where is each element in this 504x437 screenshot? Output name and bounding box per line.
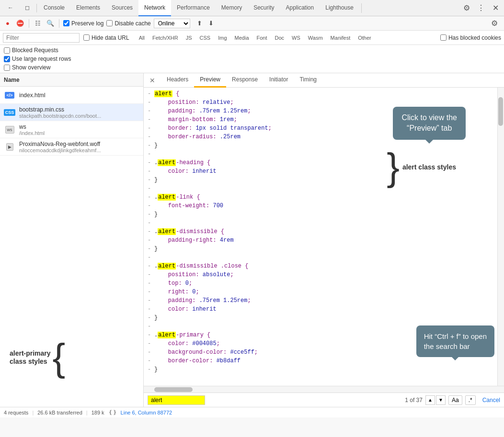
type-js[interactable]: JS [183,34,195,41]
top-tab-bar: ← ◻ Console Elements Sources Network Per… [0,0,504,16]
tab-memory[interactable]: Memory [216,0,248,16]
main-area: Name </> index.html CSS bootstrap.min.cs… [0,73,504,407]
disable-cache-checkbox[interactable]: Disable cache [106,20,150,27]
list-item[interactable]: </> index.html [0,87,143,104]
status-bar: 4 requests | 26.6 kB transferred | 189 k… [0,407,504,417]
code-line: - border-color: #b8daff [144,357,504,365]
type-media[interactable]: Media [232,34,252,41]
status-requests: 4 requests [4,410,28,415]
subtab-timing[interactable]: Timing [294,73,322,88]
tab-console[interactable]: Console [38,0,70,16]
tab-network[interactable]: Network [138,0,171,16]
code-line: - position: relative; [144,98,504,107]
search-nav: ▲ ▼ [425,395,446,405]
tab-elements[interactable]: Elements [70,0,106,16]
search-input[interactable] [148,395,205,405]
code-line: - padding: .75rem 1.25rem; [144,296,504,305]
file-icon-ws: ws [4,124,15,135]
side-options: Blocked Requests Use large request rows … [0,45,504,73]
code-line: - .alert-link { [144,193,504,202]
use-large-rows-option[interactable]: Use large request rows [4,56,500,62]
status-line: Line 6, Column 88772 [121,410,172,415]
file-info: bootstrap.min.css stackpath.bootstrapcdn… [19,106,101,119]
network-settings-icon[interactable]: ⚙ [488,17,501,30]
search-cancel-btn[interactable]: Cancel [482,397,500,403]
throttle-select-group: Online Offline Fast 3G Slow 3G [154,19,190,28]
file-icon-css: CSS [4,107,15,118]
list-item[interactable]: ws ws /index.html [0,121,143,138]
search-prev-btn[interactable]: ▲ [425,395,435,405]
settings-icon[interactable]: ⚙ [460,1,473,15]
file-info: ws /index.html [19,123,45,136]
tab-lighthouse[interactable]: Lighthouse [320,0,359,16]
file-icon-html: </> [4,90,15,101]
hide-data-url-checkbox[interactable]: Hide data URL [83,34,129,41]
record-icon[interactable]: ● [3,19,12,28]
type-all[interactable]: All [136,34,148,41]
horizontal-scrollbar-thumb[interactable] [154,387,193,392]
tab-inspect-icon[interactable]: ◻ [19,0,35,16]
type-font[interactable]: Font [254,34,270,41]
blocked-cookies-checkbox[interactable]: Has blocked cookies [440,34,501,41]
scrollbar-thumb[interactable] [498,97,503,126]
search-bar-bottom: 1 of 37 ▲ ▼ Aa .* Cancel [144,392,504,407]
network-toolbar: ● ⛔ ☷ 🔍 Preserve log Disable cache Onlin… [0,16,504,31]
right-brace: } [387,150,400,184]
tab-sources[interactable]: Sources [106,0,138,16]
tab-performance[interactable]: Performance [171,0,216,16]
scrollbar-track[interactable] [497,88,504,386]
type-other[interactable]: Other [355,34,374,41]
list-item[interactable]: CSS bootstrap.min.css stackpath.bootstra… [0,104,143,121]
type-manifest[interactable]: Manifest [328,34,354,41]
filter-icon[interactable]: ☷ [33,19,43,28]
more-icon[interactable]: ⋮ [474,1,488,15]
blocked-requests-option[interactable]: Blocked Requests [4,47,500,54]
subtab-initiator[interactable]: Initiator [263,73,294,88]
type-css[interactable]: CSS [197,34,214,41]
preserve-log-checkbox[interactable]: Preserve log [63,20,103,27]
code-line: - } [144,141,504,150]
regex-btn[interactable]: .* [465,395,476,405]
tab-security[interactable]: Security [248,0,280,16]
show-overview-option[interactable]: Show overview [4,64,500,71]
stop-icon[interactable]: ⛔ [15,19,25,28]
export-icon[interactable]: ⬇ [206,19,216,28]
import-icon[interactable]: ⬆ [195,19,205,28]
tab-application[interactable]: Application [280,0,320,16]
type-img[interactable]: Img [215,34,229,41]
subtab-headers[interactable]: Headers [161,73,194,88]
tab-back-icon[interactable]: ← [2,0,19,16]
file-info: index.html [19,92,46,99]
type-ws[interactable]: WS [289,34,303,41]
throttle-select[interactable]: Online Offline Fast 3G Slow 3G [154,19,190,28]
code-line: - } [144,245,504,253]
search-bar-annotation: Hit “Ctrl + f” to openthe search bar [416,325,494,357]
subtab-preview[interactable]: Preview [194,73,226,88]
code-line: - [144,219,504,227]
type-wasm[interactable]: Wasm [305,34,326,41]
code-line: - top: 0; [144,279,504,288]
list-item[interactable]: ▶ ProximaNova-Reg-webfont.woff niloccemo… [0,138,143,156]
status-size: 189 k [92,410,104,415]
code-line: - .alert-dismissible { [144,227,504,236]
code-line: - color: inherit [144,305,504,314]
status-transferred: 26.6 kB transferred [37,410,82,415]
type-doc[interactable]: Doc [272,34,287,41]
code-line: - padding-right: 4rem [144,236,504,245]
code-line: - } [144,210,504,219]
code-line: - right: 0; [144,288,504,296]
close-icon[interactable]: ✕ [489,1,502,15]
match-case-btn[interactable]: Aa [448,395,462,405]
code-line: - } [144,365,504,374]
type-fetch[interactable]: Fetch/XHR [149,34,181,41]
subtab-response[interactable]: Response [226,73,263,88]
file-list-panel: Name </> index.html CSS bootstrap.min.cs… [0,73,144,407]
horizontal-scrollbar[interactable] [144,386,504,392]
search-icon[interactable]: 🔍 [46,19,55,28]
right-panel: ✕ Headers Preview Response Initiator Tim… [144,73,504,407]
file-icon-font: ▶ [4,141,15,153]
close-panel-btn[interactable]: ✕ [148,76,157,85]
right-annotation: } alert class styles [387,150,456,184]
search-next-btn[interactable]: ▼ [436,395,446,405]
filter-input[interactable] [3,33,80,43]
